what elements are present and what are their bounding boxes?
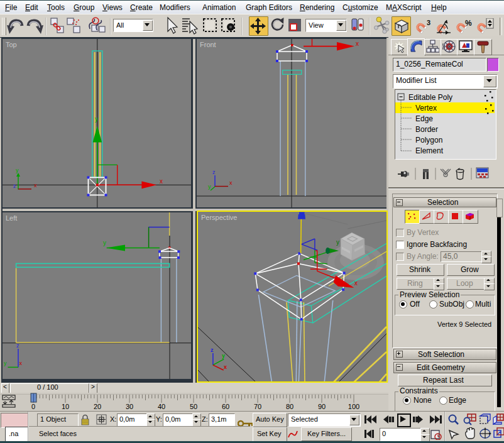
svg-text:x: x [19, 360, 23, 366]
svg-text:y: y [95, 116, 98, 123]
svg-text:y: y [222, 353, 225, 359]
svg-text:z: z [211, 347, 214, 353]
svg-text:Polygon: Polygon [415, 136, 442, 145]
svg-text:80: 80 [286, 403, 293, 410]
svg-text:x: x [356, 40, 359, 47]
svg-text:y: y [208, 183, 211, 190]
svg-text:30: 30 [126, 403, 133, 410]
svg-text:z: z [16, 342, 19, 349]
svg-text:Element: Element [415, 146, 444, 155]
svg-text:90: 90 [318, 403, 326, 410]
svg-text:y: y [336, 239, 339, 246]
svg-text:x: x [224, 364, 227, 370]
svg-text:10: 10 [62, 403, 69, 410]
svg-text:0: 0 [31, 403, 35, 410]
svg-text:y: y [16, 167, 19, 173]
svg-text:x: x [229, 180, 233, 186]
svg-text:Edge: Edge [415, 114, 433, 123]
svg-text:y: y [103, 239, 106, 246]
svg-text:100: 100 [348, 403, 359, 410]
svg-text:20: 20 [94, 403, 101, 410]
svg-text:60: 60 [222, 403, 229, 410]
svg-text:Vertex: Vertex [415, 104, 437, 112]
svg-text:x: x [34, 182, 37, 189]
svg-text:40: 40 [158, 403, 165, 410]
svg-text:y: y [4, 360, 7, 366]
svg-text:z: z [13, 183, 16, 189]
svg-text:3: 3 [427, 19, 430, 26]
svg-text:Border: Border [415, 125, 438, 134]
svg-text:70: 70 [254, 403, 261, 410]
svg-text:50: 50 [190, 403, 197, 410]
svg-text:x: x [354, 280, 358, 287]
svg-text:x: x [160, 178, 163, 185]
svg-text:%: % [465, 19, 472, 28]
svg-text:Editable Poly: Editable Poly [408, 93, 452, 102]
svg-text:z: z [212, 169, 216, 175]
